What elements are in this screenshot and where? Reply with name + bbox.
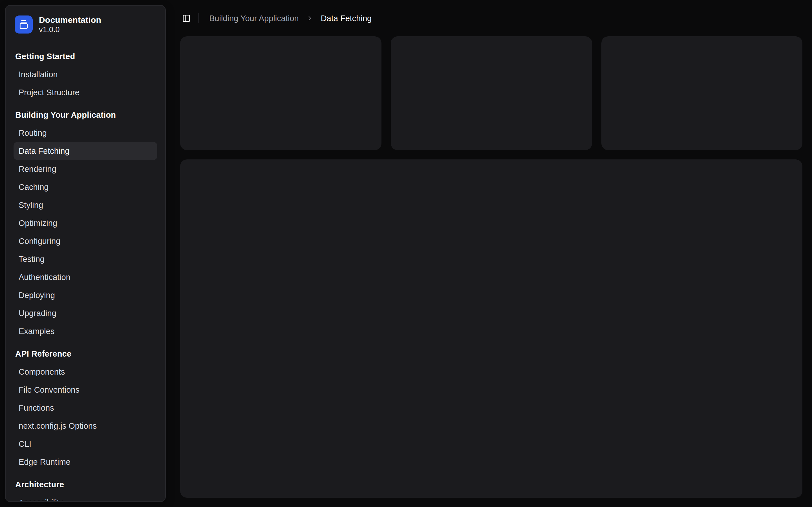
sidebar-group-api-reference: API ReferenceComponentsFile ConventionsF… xyxy=(13,345,157,471)
header-separator xyxy=(199,13,199,23)
app-identity: Documentation v1.0.0 xyxy=(39,15,101,34)
sidebar-item-testing[interactable]: Testing xyxy=(13,250,157,268)
sidebar-item-components[interactable]: Components xyxy=(13,363,157,381)
gallery-vertical-end-icon xyxy=(19,20,29,29)
breadcrumb-parent-link[interactable]: Building Your Application xyxy=(209,14,299,23)
sidebar-item-file-conventions[interactable]: File Conventions xyxy=(13,381,157,399)
sidebar-item-next-config-js-options[interactable]: next.config.js Options xyxy=(13,417,157,435)
placeholder-card-3 xyxy=(601,36,802,150)
placeholder-card-2 xyxy=(391,36,592,150)
sidebar-header: Documentation v1.0.0 xyxy=(6,6,165,34)
sidebar-item-accessibility[interactable]: Accessibility xyxy=(13,494,157,502)
app-title: Documentation xyxy=(39,15,101,25)
sidebar-item-configuring[interactable]: Configuring xyxy=(13,232,157,250)
sidebar-group-label: Building Your Application xyxy=(13,106,157,124)
content-panel-placeholder xyxy=(180,159,802,498)
sidebar-item-styling[interactable]: Styling xyxy=(13,196,157,214)
sidebar-item-edge-runtime[interactable]: Edge Runtime xyxy=(13,453,157,471)
sidebar-item-optimizing[interactable]: Optimizing xyxy=(13,214,157,232)
sidebar: Documentation v1.0.0 Getting StartedInst… xyxy=(5,5,166,502)
sidebar-group-label: API Reference xyxy=(13,345,157,363)
sidebar-toggle-button[interactable] xyxy=(181,12,192,24)
sidebar-item-authentication[interactable]: Authentication xyxy=(13,268,157,286)
sidebar-group-label: Getting Started xyxy=(13,47,157,65)
sidebar-item-data-fetching[interactable]: Data Fetching xyxy=(13,142,157,160)
sidebar-item-project-structure[interactable]: Project Structure xyxy=(13,83,157,101)
app-logo-button[interactable] xyxy=(15,15,33,34)
sidebar-item-functions[interactable]: Functions xyxy=(13,399,157,417)
sidebar-item-deploying[interactable]: Deploying xyxy=(13,286,157,304)
breadcrumb-current-page: Data Fetching xyxy=(321,14,372,23)
sidebar-group-label: Architecture xyxy=(13,475,157,494)
sidebar-item-rendering[interactable]: Rendering xyxy=(13,160,157,178)
sidebar-item-caching[interactable]: Caching xyxy=(13,178,157,196)
sidebar-nav: Getting StartedInstallationProject Struc… xyxy=(6,47,165,502)
sidebar-item-routing[interactable]: Routing xyxy=(13,124,157,142)
panel-left-icon xyxy=(182,14,191,22)
sidebar-item-upgrading[interactable]: Upgrading xyxy=(13,304,157,322)
sidebar-group-architecture: ArchitectureAccessibility xyxy=(13,475,157,502)
placeholder-card-1 xyxy=(180,36,382,150)
app-version: v1.0.0 xyxy=(39,25,101,34)
sidebar-group-building-your-application: Building Your ApplicationRoutingData Fet… xyxy=(13,106,157,340)
sidebar-item-examples[interactable]: Examples xyxy=(13,322,157,340)
chevron-right-icon xyxy=(306,15,313,22)
breadcrumb: Building Your Application Data Fetching xyxy=(209,12,371,24)
sidebar-group-getting-started: Getting StartedInstallationProject Struc… xyxy=(13,47,157,101)
sidebar-item-installation[interactable]: Installation xyxy=(13,65,157,83)
sidebar-item-cli[interactable]: CLI xyxy=(13,435,157,453)
